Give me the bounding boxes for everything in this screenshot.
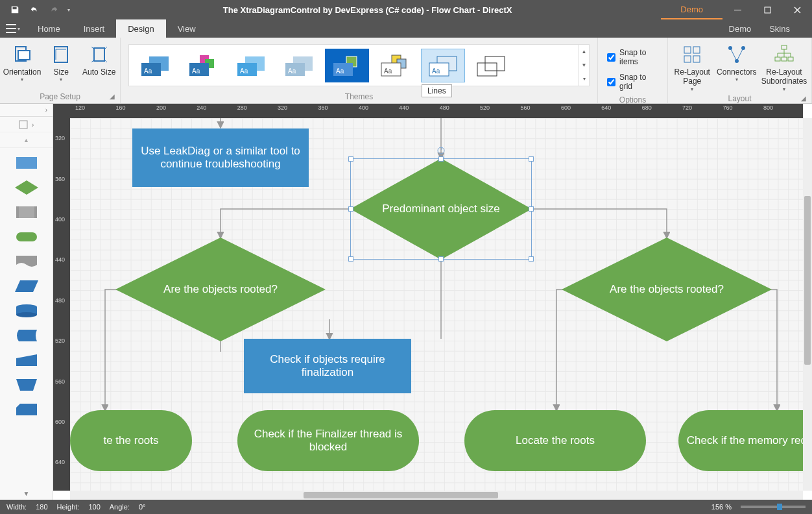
shape-item-terminator[interactable]	[14, 228, 40, 245]
tab-home[interactable]: Home	[26, 19, 72, 38]
theme-swatch-4[interactable]: Aa	[277, 49, 321, 82]
connectors-button[interactable]: Connectors▾	[717, 40, 758, 83]
page-setup-group-label: Page Setup	[40, 92, 80, 101]
shape-check-finalization-text: Check if objects require finalization	[252, 353, 403, 379]
shape-item-process[interactable]	[14, 154, 40, 171]
svg-marker-53	[16, 379, 37, 391]
shape-locate-roots-left[interactable]: te the roots	[70, 410, 192, 471]
shapes-panel-tools[interactable]: ›	[0, 117, 53, 132]
shape-finalizer-blocked-text: Check if the Finalizer thread is blocked	[245, 428, 411, 454]
status-width-label: Width:	[6, 503, 27, 511]
size-button[interactable]: Size▾	[44, 40, 78, 83]
page-setup-launcher-icon[interactable]: ◢	[110, 93, 115, 100]
svg-rect-33	[684, 56, 691, 62]
svg-marker-44	[15, 180, 38, 195]
gallery-down-arrow[interactable]: ▼	[579, 58, 589, 72]
maximize-button[interactable]	[752, 0, 782, 19]
tab-demo[interactable]: Demo	[720, 19, 761, 38]
shape-memory-reclaimed[interactable]: Check if the memory reclaimed	[678, 410, 803, 471]
shape-memory-reclaimed-text: Check if the memory reclaimed	[687, 434, 803, 447]
shape-locate-roots-right-text: Locate the roots	[516, 434, 595, 447]
canvas-area: 1201602002402803203604004404805205606006…	[53, 104, 812, 500]
canvas-viewport[interactable]: Use LeakDiag or a similar tool to contin…	[70, 118, 803, 491]
shape-item-data[interactable]	[14, 278, 40, 295]
tab-design[interactable]: Design	[116, 19, 165, 38]
shape-predominant-text: Predominant object size	[382, 202, 499, 215]
shape-item-subprocess[interactable]	[14, 204, 40, 221]
save-button[interactable]	[5, 0, 25, 19]
shape-item-database[interactable]	[14, 302, 40, 319]
theme-swatch-8[interactable]	[469, 49, 513, 82]
svg-rect-3	[18, 51, 30, 60]
layout-launcher-icon[interactable]: ◢	[801, 95, 806, 102]
scrollbar-horizontal[interactable]	[70, 491, 803, 500]
auto-size-button[interactable]: Auto Size	[82, 40, 117, 77]
orientation-label: Orientation	[3, 67, 42, 77]
zoom-slider[interactable]	[741, 506, 806, 508]
shape-item-document[interactable]	[14, 253, 40, 270]
shape-rooted-right[interactable]: Are the objects rooted?	[562, 238, 772, 341]
shape-leakdiag[interactable]: Use LeakDiag or a similar tool to contin…	[132, 128, 309, 187]
shape-item-manualoperation[interactable]	[14, 376, 40, 393]
theme-swatch-1[interactable]: Aa	[133, 49, 177, 82]
shape-item-storeddata[interactable]	[14, 327, 40, 344]
snap-to-grid-option[interactable]: Snap to grid	[602, 70, 663, 93]
theme-swatch-5[interactable]: Aa	[325, 49, 369, 82]
canvas-content[interactable]: Use LeakDiag or a similar tool to contin…	[70, 118, 803, 491]
theme-swatch-3[interactable]: Aa	[229, 49, 273, 82]
gallery-more-arrow[interactable]: ▾	[579, 72, 589, 86]
gallery-up-arrow[interactable]: ▲	[579, 45, 589, 58]
ruler-horizontal[interactable]: 1201602002402803203604004404805205606006…	[70, 104, 803, 118]
redo-button[interactable]	[44, 0, 64, 19]
theme-tooltip: Lines	[422, 84, 452, 97]
app-menu-button[interactable]: ▾	[0, 19, 26, 38]
workspace: › › ▲ ▼ 12016020024028032036040044048052…	[0, 104, 812, 500]
demo-link[interactable]: Demo	[661, 0, 722, 19]
relayout-page-button[interactable]: Re-Layout Page▾	[672, 40, 713, 92]
window-title: The XtraDiagramControl by DevExpress (C#…	[74, 5, 661, 15]
size-label: Size	[54, 67, 69, 77]
status-angle-value: 0°	[139, 503, 146, 511]
shape-item-manualinput[interactable]	[14, 352, 40, 369]
theme-swatch-2[interactable]: Aa	[181, 49, 225, 82]
shapes-panel-collapse[interactable]: ›	[0, 104, 53, 117]
svg-rect-30	[477, 63, 497, 76]
tab-view[interactable]: View	[166, 19, 208, 38]
shape-check-finalization[interactable]: Check if objects require finalization	[244, 339, 411, 393]
snap-to-grid-checkbox[interactable]	[607, 78, 615, 86]
svg-rect-46	[19, 206, 34, 218]
snap-grid-label: Snap to grid	[619, 73, 658, 91]
shape-rooted-left-text: Are the objects rooted?	[163, 283, 278, 296]
close-button[interactable]	[782, 0, 812, 19]
snap-to-items-option[interactable]: Snap to items	[602, 45, 663, 69]
theme-swatch-7[interactable]: Aa Lines	[421, 49, 465, 82]
shapes-panel-down[interactable]: ▼	[0, 487, 53, 500]
tab-skins[interactable]: Skins	[760, 19, 799, 38]
relayout-subordinates-button[interactable]: Re-Layout Subordinates▾	[761, 40, 807, 92]
ruler-vertical[interactable]: 320360400440480520560600640	[53, 118, 70, 491]
shape-finalizer-blocked[interactable]: Check if the Finalizer thread is blocked	[237, 410, 419, 471]
shapes-panel-up[interactable]: ▲	[0, 132, 53, 148]
svg-rect-29	[485, 56, 505, 71]
shape-locate-roots-left-text: te the roots	[103, 434, 158, 447]
undo-button[interactable]	[25, 0, 44, 19]
shape-locate-roots-right[interactable]: Locate the roots	[464, 410, 646, 471]
theme-swatch-6[interactable]: Aa	[373, 49, 417, 82]
svg-rect-32	[693, 47, 700, 53]
svg-rect-40	[782, 57, 787, 61]
qat-dropdown-icon[interactable]: ▾	[64, 0, 74, 19]
snap-to-items-checkbox[interactable]	[607, 53, 615, 62]
svg-text:Aa: Aa	[240, 67, 248, 75]
shape-item-decision[interactable]	[14, 179, 40, 196]
svg-text:Aa: Aa	[336, 67, 344, 75]
shape-rooted-left[interactable]: Are the objects rooted?	[115, 238, 326, 341]
shape-item-card[interactable]	[14, 401, 40, 418]
rotate-handle-icon[interactable]	[436, 146, 446, 155]
orientation-button[interactable]: Orientation▾	[4, 40, 40, 83]
minimize-button[interactable]	[722, 0, 752, 19]
tab-insert[interactable]: Insert	[72, 19, 117, 38]
options-group-label: Options	[619, 95, 646, 104]
status-zoom-value: 156 %	[711, 503, 732, 511]
scrollbar-vertical[interactable]	[803, 118, 812, 491]
themes-group-label: Themes	[345, 92, 373, 101]
